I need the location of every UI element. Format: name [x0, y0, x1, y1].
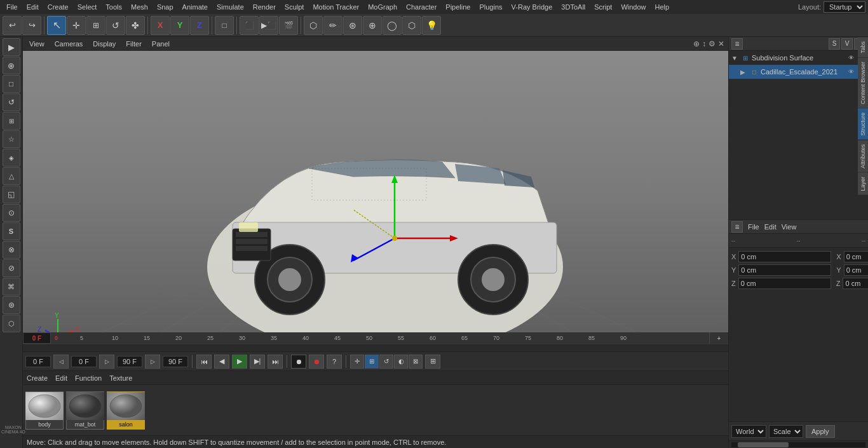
mode-btn-1[interactable]: ✛	[350, 355, 364, 369]
left-btn-9[interactable]: ⊙	[3, 204, 20, 222]
frame-forward-small[interactable]: ▷	[99, 355, 114, 369]
left-btn-11[interactable]: ⊗	[3, 241, 20, 259]
vp-filter-menu[interactable]: Filter	[123, 39, 144, 49]
scene-obj-button[interactable]: ◯	[383, 16, 402, 35]
menu-edit[interactable]: Edit	[23, 2, 43, 12]
auto-key-button[interactable]: ⏺	[309, 355, 324, 369]
scroll-track[interactable]	[731, 442, 865, 447]
frame-back-small[interactable]: ◁	[53, 355, 69, 369]
attr-x-rot[interactable]	[844, 251, 868, 262]
mat-texture[interactable]: Texture	[109, 374, 132, 382]
menu-window[interactable]: Window	[617, 2, 649, 12]
left-btn-10[interactable]: S	[3, 222, 20, 240]
menu-animate[interactable]: Animate	[179, 2, 212, 12]
left-btn-7[interactable]: △	[3, 167, 20, 185]
left-btn-2[interactable]: □	[3, 75, 20, 93]
scene-eye-1[interactable]: 👁	[846, 53, 855, 62]
attr-z-pos[interactable]	[738, 278, 831, 289]
move-tool-button[interactable]: ✛	[67, 16, 86, 35]
menu-render[interactable]: Render	[249, 2, 280, 12]
menu-plugins[interactable]: Plugins	[475, 2, 506, 12]
menu-mograph[interactable]: MoGraph	[364, 2, 401, 12]
bottom-scrollbar[interactable]	[729, 440, 868, 448]
mat-edit[interactable]: Edit	[55, 374, 67, 382]
vp-display-menu[interactable]: Display	[90, 39, 118, 49]
frame-step-fwd[interactable]: ▷	[145, 355, 160, 369]
timeline-settings[interactable]: ⊞	[425, 355, 440, 369]
menu-create[interactable]: Create	[44, 2, 72, 12]
attr-y-rot[interactable]	[844, 264, 868, 276]
undo-button[interactable]: ↩	[3, 16, 22, 35]
scene-col-v[interactable]: V	[841, 38, 853, 50]
material-body[interactable]: body	[25, 391, 64, 430]
menu-simulate[interactable]: Simulate	[213, 2, 248, 12]
menu-snap[interactable]: Snap	[153, 2, 177, 12]
vp-move-icon[interactable]: ⊕	[693, 39, 700, 48]
object-mode-button[interactable]: □	[215, 16, 234, 35]
menu-pipeline[interactable]: Pipeline	[442, 2, 474, 12]
tab-tabs[interactable]: Tabs	[858, 37, 868, 57]
scene-col-s[interactable]: S	[829, 38, 840, 50]
menu-mesh[interactable]: Mesh	[127, 2, 152, 12]
mode-btn-4[interactable]: ◐	[394, 355, 408, 369]
scene-panel-header-icon[interactable]: ≡	[731, 38, 743, 50]
tab-layer[interactable]: Layer	[858, 172, 868, 195]
scale-select[interactable]: Scale	[769, 425, 803, 438]
start-frame-input[interactable]	[25, 356, 51, 367]
attr-z-rot[interactable]	[843, 278, 868, 289]
material-mat-bot[interactable]: mat_bot	[66, 391, 104, 430]
left-btn-0[interactable]: ▶	[3, 38, 20, 56]
vp-view-menu[interactable]: View	[27, 39, 47, 49]
light-button[interactable]: 💡	[422, 16, 441, 35]
current-frame-input[interactable]	[71, 356, 97, 367]
deform-button[interactable]: ⊕	[363, 16, 382, 35]
mode-btn-2[interactable]: ⊞	[365, 355, 379, 369]
tab-content-browser[interactable]: Content Browser	[858, 57, 868, 108]
menu-3dtoall[interactable]: 3DToAll	[557, 2, 589, 12]
mat-create[interactable]: Create	[27, 374, 48, 382]
scene-expand-1[interactable]: ▼	[731, 55, 739, 62]
render-region-button[interactable]: ⬛	[240, 16, 259, 35]
goto-start-button[interactable]: ⏮	[196, 355, 212, 369]
attr-x-pos[interactable]	[738, 251, 831, 262]
key-help-button[interactable]: ?	[327, 355, 342, 369]
menu-tools[interactable]: Tools	[102, 2, 126, 12]
mat-function[interactable]: Function	[75, 374, 102, 382]
layout-select[interactable]: Startup	[824, 1, 865, 13]
end-frame-input[interactable]	[163, 356, 188, 367]
render-viewport-button[interactable]: 🎬	[279, 16, 298, 35]
scene-row-cadillac[interactable]: ▶ □ Cadillac_Escalade_2021 👁 🔒	[729, 65, 868, 79]
timeline-frame-add[interactable]: +	[709, 332, 728, 344]
left-btn-1[interactable]: ⊕	[3, 57, 20, 74]
world-space-select[interactable]: World	[731, 425, 766, 438]
menu-sculpt[interactable]: Sculpt	[281, 2, 308, 12]
scale-tool-button[interactable]: ⊞	[86, 16, 105, 35]
timeline-area[interactable]	[23, 344, 728, 351]
attr-view[interactable]: View	[782, 223, 797, 231]
left-btn-5[interactable]: ☆	[3, 130, 20, 148]
cube-button[interactable]: ⬡	[304, 16, 323, 35]
scroll-thumb[interactable]	[738, 442, 789, 447]
menu-help[interactable]: Help	[651, 2, 674, 12]
spline-button[interactable]: ✏	[323, 16, 342, 35]
left-btn-4[interactable]: ⊞	[3, 112, 20, 130]
rotate-tool-button[interactable]: ↺	[106, 16, 125, 35]
timeline-frame-input[interactable]: 0 F	[23, 332, 51, 344]
step-forward-button[interactable]: ▶|	[250, 355, 265, 369]
step-back-button[interactable]: ◀	[214, 355, 229, 369]
tab-structure[interactable]: Structure	[858, 108, 868, 140]
record-button[interactable]: ⏺	[291, 355, 306, 369]
attr-y-pos[interactable]	[738, 264, 831, 276]
left-btn-14[interactable]: ⊛	[3, 296, 20, 314]
goto-end-button[interactable]: ⏭	[268, 355, 283, 369]
scene-eye-2[interactable]: 👁	[846, 67, 855, 76]
menu-select[interactable]: Select	[74, 2, 101, 12]
play-button[interactable]: ▶	[232, 355, 247, 369]
tab-attributes[interactable]: Attributes	[858, 140, 868, 172]
menu-character[interactable]: Character	[402, 2, 440, 12]
select-tool-button[interactable]: ↖	[47, 16, 66, 35]
camera-button[interactable]: ⬡	[402, 16, 421, 35]
vp-panel-menu[interactable]: Panel	[149, 39, 172, 49]
material-salon[interactable]: salon	[107, 391, 145, 430]
render-active-button[interactable]: ▶⬛	[259, 16, 278, 35]
